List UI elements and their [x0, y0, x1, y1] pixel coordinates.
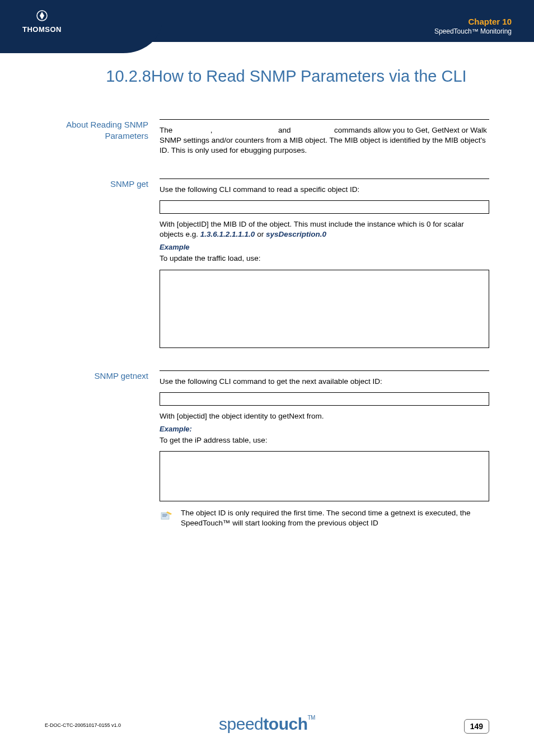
get-example-text: To update the traffic load, use:: [160, 253, 489, 264]
note-text: The object ID is only required the first…: [181, 508, 489, 528]
section-heading-row: 10.2.8 How to Read SNMP Parameters via t…: [45, 67, 489, 86]
divider: [160, 179, 489, 179]
oid-example: sysDescription.0: [266, 230, 326, 238]
getnext-example-text: To get the iP address table, use:: [160, 435, 489, 445]
logo-text: THOMSON: [22, 25, 62, 34]
note-icon: [160, 509, 173, 523]
snmp-getnext-block: SNMP getnext Use the following CLI comma…: [45, 370, 489, 529]
oid-example: 1.3.6.1.2.1.1.1.0: [200, 230, 255, 238]
text: commands allow you to Get, GetNext or Wa…: [160, 126, 487, 154]
divider: [160, 370, 489, 371]
getnext-label: SNMP getnext: [45, 370, 148, 382]
footer-doc-ref: E-DOC-CTC-20051017-0155 v1.0: [45, 722, 121, 728]
text: or: [255, 230, 266, 238]
section-number: 10.2.8: [42, 67, 151, 86]
text: The: [160, 126, 175, 134]
getnext-after: With [objectid] the object identity to g…: [160, 411, 489, 421]
text: ,: [210, 126, 215, 134]
example-label: Example: [160, 243, 489, 251]
header-banner: THOMSON Chapter 10 SpeedTouch™ Monitorin…: [0, 0, 534, 53]
logo-icon: [22, 10, 62, 23]
example-label: Example:: [160, 425, 489, 433]
chapter-subtitle: SpeedTouch™ Monitoring: [434, 27, 512, 35]
brand-light: speed: [219, 715, 263, 733]
get-after: With [objectID] the MIB ID of the object…: [160, 219, 489, 240]
brand-bold: touch: [263, 715, 307, 733]
chapter-title: Chapter 10: [434, 17, 512, 26]
getnext-intro: Use the following CLI command to get the…: [160, 377, 489, 387]
page-number: 149: [464, 719, 489, 734]
note-row: The object ID is only required the first…: [160, 508, 489, 528]
code-box: [160, 200, 489, 214]
code-box: [160, 392, 489, 406]
footer-brand: speedtouchTM: [219, 715, 315, 734]
code-box: [160, 451, 489, 501]
about-block: About Reading SNMP Parameters The , and …: [45, 119, 489, 156]
get-label: SNMP get: [45, 179, 148, 190]
divider: [160, 119, 489, 120]
getnext-body: Use the following CLI command to get the…: [160, 370, 489, 529]
snmp-get-block: SNMP get Use the following CLI command t…: [45, 179, 489, 348]
about-label: About Reading SNMP Parameters: [45, 119, 148, 141]
brand-logo: THOMSON: [22, 10, 62, 34]
section-title: How to Read SNMP Parameters via the CLI: [151, 67, 489, 86]
code-box: [160, 270, 489, 348]
about-body: The , and commands allow you to Get, Get…: [160, 119, 489, 156]
get-body: Use the following CLI command to read a …: [160, 179, 489, 348]
trademark: TM: [307, 715, 315, 721]
text: and: [278, 126, 293, 134]
svg-rect-1: [161, 513, 169, 519]
about-paragraph: The , and commands allow you to Get, Get…: [160, 125, 489, 156]
chapter-block: Chapter 10 SpeedTouch™ Monitoring: [434, 17, 512, 35]
page-content: 10.2.8 How to Read SNMP Parameters via t…: [0, 67, 534, 551]
get-intro: Use the following CLI command to read a …: [160, 185, 489, 195]
